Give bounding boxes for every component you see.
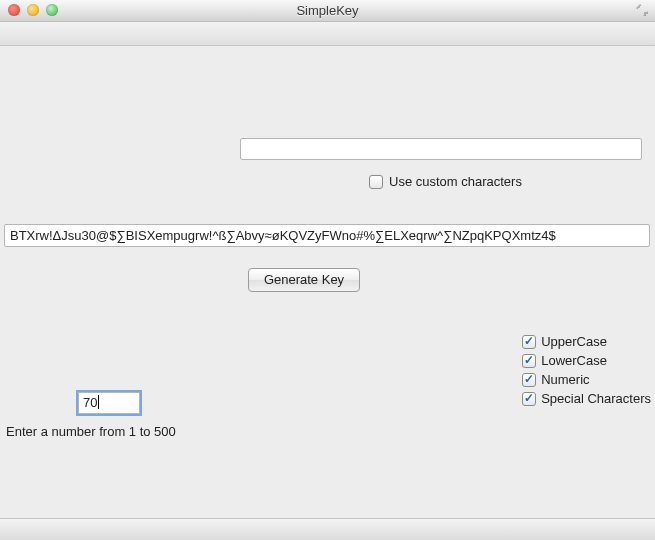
length-hint: Enter a number from 1 to 500	[6, 424, 176, 439]
generate-key-button[interactable]: Generate Key	[248, 268, 360, 292]
uppercase-checkbox[interactable]	[522, 335, 536, 349]
generated-key-output[interactable]: BTXrw!ΔJsu30@$∑BISXempugrw!^ß∑Abvy≈øKQVZ…	[4, 224, 650, 247]
option-special: Special Characters	[522, 391, 651, 406]
special-checkbox[interactable]	[522, 392, 536, 406]
special-label: Special Characters	[541, 391, 651, 406]
option-numeric: Numeric	[522, 372, 651, 387]
content-area: Use custom characters BTXrw!ΔJsu30@$∑BIS…	[0, 46, 655, 540]
use-custom-row: Use custom characters	[369, 174, 522, 189]
close-icon[interactable]	[8, 4, 20, 16]
use-custom-label: Use custom characters	[389, 174, 522, 189]
zoom-icon[interactable]	[46, 4, 58, 16]
option-uppercase: UpperCase	[522, 334, 651, 349]
options-group: UpperCase LowerCase Numeric Special Char…	[522, 334, 651, 406]
svg-marker-0	[636, 4, 640, 8]
uppercase-label: UpperCase	[541, 334, 607, 349]
length-input[interactable]: 70	[78, 392, 140, 414]
custom-characters-input[interactable]	[240, 138, 642, 160]
numeric-label: Numeric	[541, 372, 589, 387]
text-cursor	[98, 395, 99, 409]
toolbar-strip	[0, 22, 655, 46]
window-title: SimpleKey	[0, 3, 655, 18]
fullscreen-icon[interactable]	[635, 3, 649, 17]
option-lowercase: LowerCase	[522, 353, 651, 368]
lowercase-label: LowerCase	[541, 353, 607, 368]
status-strip	[0, 518, 655, 540]
use-custom-checkbox[interactable]	[369, 175, 383, 189]
window-controls	[8, 4, 58, 16]
numeric-checkbox[interactable]	[522, 373, 536, 387]
title-bar: SimpleKey	[0, 0, 655, 22]
minimize-icon[interactable]	[27, 4, 39, 16]
lowercase-checkbox[interactable]	[522, 354, 536, 368]
length-value: 70	[83, 395, 97, 410]
